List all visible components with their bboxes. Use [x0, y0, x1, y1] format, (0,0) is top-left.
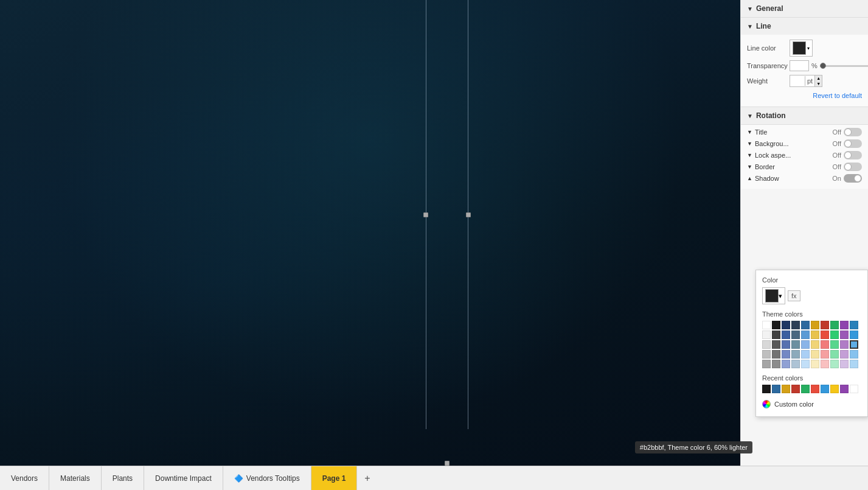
transparency-input[interactable]: 0	[790, 60, 809, 71]
tab-bar: Vendors Materials Plants Downtime Impact…	[0, 466, 868, 490]
cp-color-dropdown[interactable]: ▾	[762, 287, 785, 304]
weight-input[interactable]: 1	[790, 76, 805, 86]
theme-swatch-3-9[interactable]	[850, 350, 858, 359]
theme-swatch-1-8[interactable]	[840, 331, 849, 339]
theme-swatch-3-1[interactable]	[772, 350, 780, 359]
theme-swatch-2-3[interactable]	[791, 340, 800, 349]
line-color-dropdown[interactable]: ▾	[790, 40, 813, 57]
section-line-header[interactable]: ▼ Line	[741, 18, 868, 35]
theme-swatch-2-7[interactable]	[830, 340, 839, 349]
add-tab-button[interactable]: +	[357, 466, 377, 490]
title-label: ▼ Title	[747, 128, 833, 136]
theme-swatch-4-2[interactable]	[782, 360, 790, 368]
shadow-status: On	[832, 175, 841, 182]
theme-swatch-4-0[interactable]	[762, 360, 771, 368]
theme-swatch-2-8[interactable]	[840, 340, 849, 349]
theme-swatch-2-9[interactable]	[850, 340, 858, 349]
theme-swatch-3-2[interactable]	[782, 350, 790, 359]
theme-swatch-1-3[interactable]	[791, 331, 800, 339]
tab-vendors-tooltips[interactable]: 🔷 Vendors Tooltips	[223, 466, 311, 490]
theme-swatch-4-1[interactable]	[772, 360, 780, 368]
chevron-shadow: ▲	[747, 175, 752, 181]
theme-swatch-1-6[interactable]	[821, 331, 829, 339]
theme-swatch-1-4[interactable]	[801, 331, 810, 339]
theme-swatch-0-8[interactable]	[840, 321, 849, 329]
theme-swatch-1-1[interactable]	[772, 331, 780, 339]
theme-swatch-4-9[interactable]	[850, 360, 858, 368]
recent-swatch-4[interactable]	[801, 385, 810, 393]
theme-swatch-4-3[interactable]	[791, 360, 800, 368]
theme-swatch-3-4[interactable]	[801, 350, 810, 359]
theme-swatch-4-4[interactable]	[801, 360, 810, 368]
theme-swatch-1-2[interactable]	[782, 331, 790, 339]
theme-swatch-2-1[interactable]	[772, 340, 780, 349]
theme-swatch-3-0[interactable]	[762, 350, 771, 359]
handle-bottom[interactable]	[445, 461, 450, 466]
theme-swatch-2-4[interactable]	[801, 340, 810, 349]
section-rotation: ▼ Rotation	[741, 107, 868, 125]
cp-color-row: ▾ fx	[762, 287, 861, 304]
line-color-row: Line color ▾	[747, 40, 862, 57]
theme-swatch-4-5[interactable]	[811, 360, 819, 368]
border-toggle[interactable]	[844, 163, 862, 171]
theme-swatch-3-3[interactable]	[791, 350, 800, 359]
transparency-slider[interactable]	[820, 65, 868, 67]
theme-swatch-2-0[interactable]	[762, 340, 771, 349]
theme-swatch-2-5[interactable]	[811, 340, 819, 349]
shadow-toggle[interactable]	[844, 174, 862, 183]
chevron-lock-aspect: ▼	[747, 152, 752, 158]
canvas[interactable]	[0, 0, 740, 466]
theme-swatch-1-9[interactable]	[850, 331, 858, 339]
theme-swatch-1-0[interactable]	[762, 331, 771, 339]
theme-swatch-3-6[interactable]	[821, 350, 829, 359]
theme-swatch-2-6[interactable]	[821, 340, 829, 349]
section-general-header[interactable]: ▼ General	[741, 0, 868, 17]
handle-mid-right[interactable]	[466, 212, 471, 217]
weight-up[interactable]: ▲	[814, 75, 822, 81]
transparency-unit: %	[811, 62, 818, 69]
theme-swatch-0-5[interactable]	[811, 321, 819, 329]
theme-swatch-3-5[interactable]	[811, 350, 819, 359]
theme-swatch-0-1[interactable]	[772, 321, 780, 329]
theme-swatch-0-0[interactable]	[762, 321, 771, 329]
theme-swatch-0-9[interactable]	[850, 321, 858, 329]
tab-page1[interactable]: Page 1	[311, 466, 358, 490]
theme-swatch-3-8[interactable]	[840, 350, 849, 359]
title-toggle[interactable]	[844, 128, 862, 136]
tab-materials[interactable]: Materials	[49, 466, 102, 490]
background-toggle[interactable]	[844, 139, 862, 148]
recent-swatch-6[interactable]	[821, 385, 829, 393]
theme-swatch-2-2[interactable]	[782, 340, 790, 349]
lock-aspect-toggle[interactable]	[844, 151, 862, 159]
theme-swatch-0-3[interactable]	[791, 321, 800, 329]
theme-swatch-0-6[interactable]	[821, 321, 829, 329]
theme-swatch-3-7[interactable]	[830, 350, 839, 359]
cp-fx-button[interactable]: fx	[788, 290, 800, 301]
tab-plants[interactable]: Plants	[102, 466, 144, 490]
recent-swatch-2[interactable]	[782, 385, 790, 393]
weight-down[interactable]: ▼	[814, 81, 822, 86]
theme-swatch-0-2[interactable]	[782, 321, 790, 329]
revert-button[interactable]: Revert to default	[747, 91, 862, 102]
recent-swatch-8[interactable]	[840, 385, 849, 393]
tab-vendors[interactable]: Vendors	[0, 466, 49, 490]
theme-swatch-1-7[interactable]	[830, 331, 839, 339]
background-label: ▼ Backgrou...	[747, 140, 833, 147]
theme-swatch-4-7[interactable]	[830, 360, 839, 368]
theme-swatch-1-5[interactable]	[811, 331, 819, 339]
recent-swatch-9[interactable]	[850, 385, 858, 393]
tab-downtime-impact[interactable]: Downtime Impact	[144, 466, 223, 490]
theme-swatch-4-8[interactable]	[840, 360, 849, 368]
recent-swatch-3[interactable]	[791, 385, 800, 393]
section-rotation-header[interactable]: ▼ Rotation	[741, 107, 868, 124]
transparency-value: 0 %	[790, 60, 868, 71]
recent-swatch-7[interactable]	[830, 385, 839, 393]
recent-swatch-0[interactable]	[762, 385, 771, 393]
handle-mid-left[interactable]	[423, 212, 428, 217]
theme-swatch-0-4[interactable]	[801, 321, 810, 329]
theme-swatch-4-6[interactable]	[821, 360, 829, 368]
theme-swatch-0-7[interactable]	[830, 321, 839, 329]
recent-swatch-1[interactable]	[772, 385, 780, 393]
recent-swatch-5[interactable]	[811, 385, 819, 393]
custom-color-button[interactable]: Custom color	[762, 398, 861, 410]
